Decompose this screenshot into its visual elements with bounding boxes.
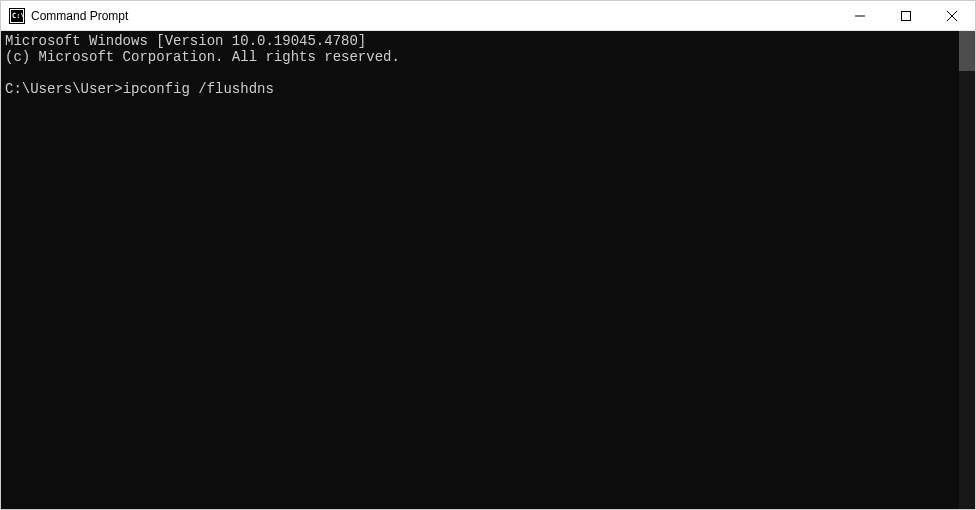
titlebar[interactable]: C:\ Command Prompt — [1, 1, 975, 31]
svg-rect-5 — [902, 11, 911, 20]
window-controls — [837, 1, 975, 30]
command-prompt-window: C:\ Command Prompt Micro — [0, 0, 976, 510]
command-input[interactable]: ipconfig /flushdns — [123, 81, 274, 97]
scrollbar[interactable] — [959, 31, 975, 509]
terminal-wrap: Microsoft Windows [Version 10.0.19045.47… — [1, 31, 975, 509]
maximize-button[interactable] — [883, 1, 929, 30]
window-title: Command Prompt — [31, 9, 837, 23]
terminal[interactable]: Microsoft Windows [Version 10.0.19045.47… — [1, 31, 959, 509]
minimize-button[interactable] — [837, 1, 883, 30]
close-button[interactable] — [929, 1, 975, 30]
prompt: C:\Users\User> — [5, 81, 123, 97]
svg-text:C:\: C:\ — [12, 12, 25, 20]
app-icon: C:\ — [9, 8, 25, 24]
minimize-icon — [855, 11, 865, 21]
close-icon — [947, 11, 957, 21]
output-line: (c) Microsoft Corporation. All rights re… — [5, 49, 400, 65]
output-line: Microsoft Windows [Version 10.0.19045.47… — [5, 33, 366, 49]
maximize-icon — [901, 11, 911, 21]
scrollbar-thumb[interactable] — [959, 31, 975, 71]
